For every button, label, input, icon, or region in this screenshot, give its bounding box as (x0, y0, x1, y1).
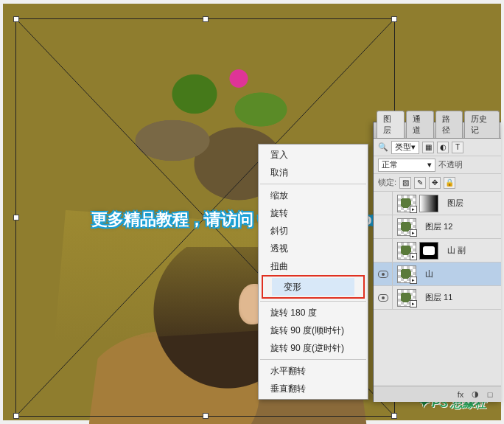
context-menu-item[interactable]: 旋转 90 度(逆时针) (259, 339, 368, 357)
transform-handle-se[interactable] (391, 413, 397, 419)
layer-thumbs: ▸ (393, 195, 443, 212)
smart-object-badge-icon: ▸ (410, 253, 417, 260)
context-menu-item[interactable]: 旋转 (259, 204, 368, 222)
layer-name[interactable]: 山 (421, 268, 438, 279)
layer-visibility-toggle[interactable] (374, 239, 393, 262)
opacity-label: 不透明 (438, 159, 463, 170)
blend-mode-value: 正常 (382, 159, 398, 170)
transform-handle-w[interactable] (13, 215, 19, 220)
chevron-down-icon: ▾ (427, 160, 432, 170)
filter-type-label: 类型 (395, 142, 411, 153)
layer-thumbs: ▸ (393, 218, 421, 236)
lock-label: 锁定: (378, 177, 396, 188)
layer-row[interactable]: ▸图层 11 (374, 286, 501, 310)
grass-overlay (55, 210, 276, 343)
context-menu-item[interactable]: 置入 (259, 146, 368, 164)
layer-row[interactable]: ▸山 (374, 263, 501, 286)
layer-row[interactable]: ▸图层 (374, 192, 501, 215)
blend-mode-select[interactable]: 正常 ▾ (378, 159, 435, 172)
smart-object-badge-icon: ▸ (410, 229, 417, 237)
context-menu-item[interactable]: 旋转 180 度 (259, 304, 368, 322)
context-menu-separator (260, 301, 366, 302)
context-menu-separator (260, 359, 366, 360)
lock-row[interactable]: 锁定: ▨ ✎ ✥ 🔒 (374, 174, 501, 192)
canvas-area[interactable]: 更多精品教程，请访问 www.240PS.com ✦ PS 思緣社 置入取消缩放… (3, 4, 501, 420)
smart-object-badge-icon: ▸ (410, 300, 417, 307)
layer-filter-row[interactable]: 🔍 类型 ▾ ▦ ◐ T (374, 139, 501, 156)
layer-mask-thumbnail[interactable] (419, 195, 438, 212)
smart-object-badge-icon: ▸ (410, 277, 417, 284)
context-menu-item[interactable]: 扭曲 (259, 257, 368, 275)
panel-tab[interactable]: 历史记 (464, 111, 500, 138)
panel-footer-icon[interactable]: ◑ (470, 389, 480, 400)
context-menu-item[interactable]: 取消 (259, 164, 368, 181)
context-menu-item[interactable]: 斜切 (259, 222, 368, 240)
panel-tab[interactable]: 路径 (435, 111, 463, 138)
panel-footer-icon[interactable]: □ (485, 389, 495, 400)
transform-handle-nw[interactable] (13, 16, 19, 22)
layer-thumbnail[interactable]: ▸ (397, 242, 416, 260)
filter-pixel-icon[interactable]: ▦ (422, 142, 434, 153)
layer-visibility-toggle[interactable] (374, 263, 393, 285)
blend-mode-row[interactable]: 正常 ▾ 不透明 (374, 156, 501, 174)
layer-thumbnail[interactable]: ▸ (397, 218, 416, 236)
context-menu-item[interactable]: 缩放 (259, 187, 368, 204)
layers-panel[interactable]: 图层通道路径历史记 🔍 类型 ▾ ▦ ◐ T 正常 ▾ 不透明 锁定: ▨ ✎ … (373, 122, 501, 402)
lock-brush-icon[interactable]: ✎ (414, 177, 426, 189)
transform-handle-ne[interactable] (391, 16, 397, 22)
context-menu-separator (260, 184, 366, 184)
search-icon: 🔍 (378, 142, 388, 152)
filter-adjust-icon[interactable]: ◐ (437, 142, 449, 153)
layer-row[interactable]: ▸山 副 (374, 239, 501, 263)
context-menu-item-highlighted[interactable]: 变形 (262, 275, 365, 299)
panel-footer-icon[interactable]: fx (455, 389, 466, 400)
layer-name[interactable]: 山 副 (443, 245, 470, 256)
panel-tab[interactable]: 图层 (377, 111, 405, 138)
layers-panel-footer[interactable]: fx◑□ (374, 386, 501, 402)
layer-visibility-toggle[interactable] (374, 215, 393, 238)
transform-context-menu[interactable]: 置入取消缩放旋转斜切透视扭曲变形旋转 180 度旋转 90 度(顺时针)旋转 9… (258, 144, 368, 400)
panel-tab[interactable]: 通道 (406, 111, 434, 138)
layer-name[interactable]: 图层 (443, 198, 468, 209)
eye-icon (378, 271, 388, 278)
lock-transparent-icon[interactable]: ▨ (399, 177, 411, 189)
layer-thumbs: ▸ (393, 242, 443, 260)
layer-thumbnail[interactable]: ▸ (397, 265, 416, 283)
layer-thumbs: ▸ (393, 289, 421, 307)
filter-type-icon[interactable]: T (452, 142, 463, 153)
context-menu-item[interactable]: 透视 (259, 240, 368, 257)
layer-thumbnail[interactable]: ▸ (397, 289, 416, 307)
filter-type-select[interactable]: 类型 ▾ (391, 141, 419, 154)
layer-visibility-toggle[interactable] (374, 192, 393, 215)
layer-thumbnail[interactable]: ▸ (397, 195, 416, 212)
layer-visibility-toggle[interactable] (374, 286, 393, 309)
context-menu-item[interactable]: 水平翻转 (259, 362, 368, 380)
layer-name[interactable]: 图层 12 (421, 221, 457, 232)
layer-thumbs: ▸ (393, 265, 421, 283)
lock-move-icon[interactable]: ✥ (429, 177, 441, 189)
transform-handle-sw[interactable] (13, 413, 19, 419)
lock-all-icon[interactable]: 🔒 (444, 177, 455, 189)
context-menu-item[interactable]: 垂直翻转 (259, 380, 368, 397)
context-menu-item[interactable]: 变形 (272, 278, 354, 296)
eye-icon (378, 294, 388, 302)
chevron-down-icon: ▾ (411, 142, 416, 152)
layer-name[interactable]: 图层 11 (421, 292, 457, 303)
transform-handle-n[interactable] (203, 16, 209, 22)
layer-list[interactable]: ▸图层▸图层 12▸山 副▸山▸图层 11 (374, 192, 501, 310)
layer-mask-thumbnail[interactable] (419, 242, 438, 260)
context-menu-item[interactable]: 旋转 90 度(顺时针) (259, 322, 368, 339)
panel-tabs[interactable]: 图层通道路径历史记 (374, 122, 501, 139)
layer-row[interactable]: ▸图层 12 (374, 215, 501, 239)
smart-object-badge-icon: ▸ (410, 206, 417, 213)
